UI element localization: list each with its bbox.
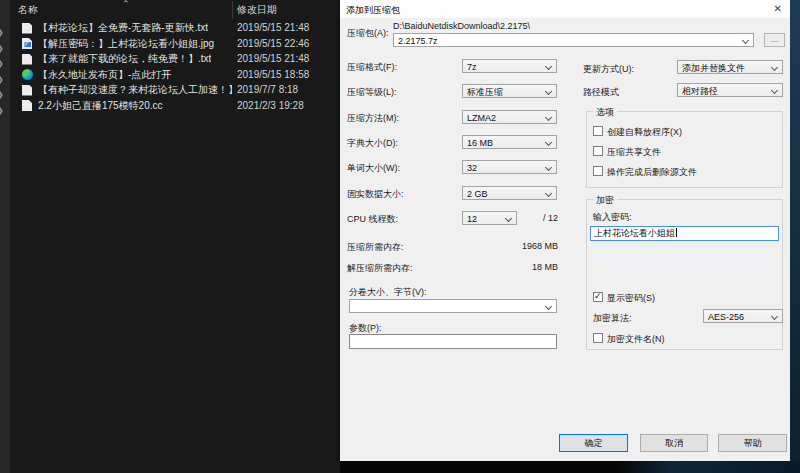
file-row[interactable]: 【有种子却没速度？来村花论坛人工加速！】.t... 2019/7/7 8:18 xyxy=(10,82,340,98)
chevron-right-icon[interactable]: ❯ xyxy=(0,28,7,38)
file-list: 名称 ⌃ 修改日期 【村花论坛】全免费-无套路-更新快.txt 2019/5/1… xyxy=(10,0,340,473)
file-date: 2019/5/15 18:58 xyxy=(237,67,309,83)
chevron-right-icon[interactable]: ❯ xyxy=(0,75,7,85)
file-row[interactable]: 2.2小妲己直播175模特20.cc 2021/2/3 19:28 xyxy=(10,98,340,114)
desktop-bottom-edge xyxy=(340,461,800,473)
chevron-right-icon[interactable]: ❯ xyxy=(0,106,7,116)
create-sfx-checkbox[interactable] xyxy=(593,126,603,136)
file-name: 【有种子却没速度？来村花论坛人工加速！】.t... xyxy=(38,82,232,98)
options-group-title: 选项 xyxy=(593,106,617,119)
delete-after-checkbox[interactable] xyxy=(593,166,603,176)
edge-browser-icon xyxy=(22,69,33,80)
archive-label: 压缩包(A): xyxy=(347,27,389,40)
add-to-archive-dialog: 添加到压缩包 ✕ 压缩包(A): D:\BaiduNetdiskDownload… xyxy=(340,0,790,461)
file-list-header: 名称 ⌃ 修改日期 xyxy=(10,0,340,20)
text-file-icon xyxy=(22,85,32,96)
compress-shared-checkbox[interactable] xyxy=(593,146,603,156)
column-header-name[interactable]: 名称 xyxy=(18,0,38,20)
column-divider[interactable] xyxy=(232,1,233,19)
file-row[interactable]: 【来了就能下载的论坛，纯免费！】.txt 2019/5/15 21:48 xyxy=(10,51,340,67)
path-mode-combobox[interactable]: 相对路径 xyxy=(677,83,783,97)
file-row[interactable]: 【村花论坛】全免费-无套路-更新快.txt 2019/5/15 21:48 xyxy=(10,20,340,36)
file-name: 【村花论坛】全免费-无套路-更新快.txt xyxy=(38,20,208,36)
show-password-checkbox[interactable] xyxy=(593,292,603,302)
screen: ❯ ❯ ❯ ❯ ❯ ❯ 名称 ⌃ 修改日期 【村花论坛】全免费-无套路-更新快.… xyxy=(0,0,800,473)
file-explorer-pane: ❯ ❯ ❯ ❯ ❯ ❯ 名称 ⌃ 修改日期 【村花论坛】全免费-无套路-更新快.… xyxy=(0,0,340,473)
text-file-icon xyxy=(22,23,32,34)
file-date: 2019/7/7 8:18 xyxy=(237,82,298,98)
create-sfx-label[interactable]: 创建自释放程序(X) xyxy=(607,126,682,139)
word-size-label: 单词大小(W): xyxy=(347,162,400,175)
file-date: 2019/5/15 21:48 xyxy=(237,20,309,36)
encryption-method-label: 加密算法: xyxy=(593,312,632,325)
encryption-method-combobox[interactable]: AES-256 xyxy=(703,309,783,323)
dictionary-size-combobox[interactable]: 16 MB xyxy=(462,135,557,149)
level-combobox[interactable]: 标准压缩 xyxy=(462,84,557,98)
dictionary-size-label: 字典大小(D): xyxy=(347,137,398,150)
method-combobox[interactable]: LZMA2 xyxy=(462,110,557,124)
dialog-titlebar[interactable]: 添加到压缩包 ✕ xyxy=(340,0,790,18)
file-name: 2.2小妲己直播175模特20.cc xyxy=(38,98,163,114)
password-input[interactable]: 上村花论坛看小姐姐 xyxy=(590,226,779,241)
desktop-edge xyxy=(790,0,800,461)
file-name: 【解压密码：】上村花论坛看小姐姐.jpg xyxy=(38,36,214,52)
memory-decompress-label: 解压缩所需内存: xyxy=(347,262,413,275)
file-icon xyxy=(22,100,32,111)
solid-block-size-combobox[interactable]: 2 GB xyxy=(462,186,557,200)
parameters-input[interactable] xyxy=(349,334,557,349)
word-size-combobox[interactable]: 32 xyxy=(462,160,557,174)
password-label: 输入密码: xyxy=(593,211,632,224)
archive-dir-path: D:\BaiduNetdiskDownload\2.2175\ xyxy=(393,21,530,31)
show-password-label[interactable]: 显示密码(S) xyxy=(607,292,655,305)
split-volume-combobox[interactable] xyxy=(349,299,557,313)
format-combobox[interactable]: 7z xyxy=(462,59,557,73)
nav-pane-edge: ❯ ❯ ❯ ❯ ❯ ❯ xyxy=(0,0,10,473)
encrypt-filenames-label[interactable]: 加密文件名(N) xyxy=(607,333,665,346)
path-mode-label: 路径模式 xyxy=(583,86,619,99)
cpu-threads-combobox[interactable]: 12 xyxy=(462,211,517,225)
cancel-button[interactable]: 取消 xyxy=(640,434,708,452)
memory-decompress-value: 18 MB xyxy=(458,262,558,272)
encrypt-filenames-checkbox[interactable] xyxy=(593,333,603,343)
image-file-icon xyxy=(22,38,32,49)
close-icon[interactable]: ✕ xyxy=(774,3,782,14)
file-date: 2019/5/15 21:48 xyxy=(237,51,309,67)
method-label: 压缩方法(M): xyxy=(347,112,399,125)
delete-after-label[interactable]: 操作完成后删除源文件 xyxy=(607,166,697,179)
memory-compress-label: 压缩所需内存: xyxy=(347,241,404,254)
text-file-icon xyxy=(22,54,32,65)
compress-shared-label[interactable]: 压缩共享文件 xyxy=(607,146,661,159)
update-mode-combobox[interactable]: 添加并替换文件 xyxy=(677,60,783,74)
solid-block-size-label: 固实数据大小: xyxy=(347,188,404,201)
update-mode-label: 更新方式(U): xyxy=(583,63,634,76)
file-date: 2021/2/3 19:28 xyxy=(237,98,304,114)
text-cursor xyxy=(676,228,677,237)
level-label: 压缩等级(L): xyxy=(347,86,397,99)
chevron-right-icon[interactable]: ❯ xyxy=(0,44,7,54)
format-label: 压缩格式(F): xyxy=(347,61,397,74)
chevron-right-icon[interactable]: ❯ xyxy=(0,90,7,100)
encryption-group-title: 加密 xyxy=(593,194,617,207)
chevron-right-icon[interactable]: ❯ xyxy=(0,59,7,69)
file-name: 【来了就能下载的论坛，纯免费！】.txt xyxy=(38,51,211,67)
archive-name-combobox[interactable]: 2.2175.7z xyxy=(393,33,754,47)
help-button[interactable]: 帮助 xyxy=(718,434,787,452)
ok-button[interactable]: 确定 xyxy=(559,434,628,452)
sort-ascending-icon: ⌃ xyxy=(122,0,130,14)
column-header-date-modified[interactable]: 修改日期 xyxy=(237,0,277,20)
browse-button[interactable]: ... xyxy=(764,33,785,47)
file-row[interactable]: 【永久地址发布页】-点此打开 2019/5/15 18:58 xyxy=(10,67,340,83)
file-date: 2019/5/15 22:46 xyxy=(237,36,309,52)
file-row[interactable]: 【解压密码：】上村花论坛看小姐姐.jpg 2019/5/15 22:46 xyxy=(10,36,340,52)
password-value: 上村花论坛看小姐姐 xyxy=(594,228,675,238)
file-name: 【永久地址发布页】-点此打开 xyxy=(38,67,171,83)
dialog-title: 添加到压缩包 xyxy=(346,4,400,17)
cpu-threads-max: / 12 xyxy=(530,213,558,223)
split-volume-label: 分卷大小、字节(V): xyxy=(349,286,427,299)
cpu-threads-label: CPU 线程数: xyxy=(347,213,398,226)
memory-compress-value: 1968 MB xyxy=(458,241,558,251)
